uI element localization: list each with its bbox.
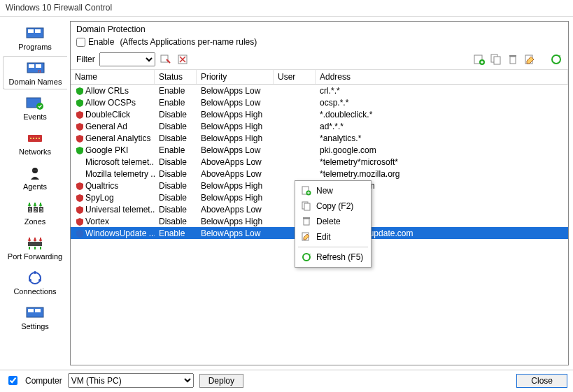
table-row[interactable]: Allow OCSPs Enable BelowApps Low ocsp.*.… [71,96,568,108]
cell-status: Enable [155,226,197,240]
table-row[interactable]: Microsoft telemet... Disable AboveApps L… [71,156,568,168]
sidebar-item-connections[interactable]: Connections [3,266,67,299]
refresh-icon[interactable] [550,53,563,66]
sidebar-item-domain-names[interactable]: n Domain Names [3,56,67,89]
table-row[interactable]: General Analytics Disable BelowApps High… [71,132,568,144]
menu-new[interactable]: New [295,183,371,198]
sidebar-item-settings[interactable]: Settings [3,300,67,334]
table-row[interactable]: Mozilla telemetry ... Disable AboveApps … [71,168,568,180]
connections-icon [25,270,45,286]
cell-name: Universal telemet... [85,205,155,215]
shield-red-icon [75,181,85,191]
close-button[interactable]: Close [516,374,567,388]
svg-rect-45 [303,217,310,219]
cell-name: Google PKI [85,145,128,155]
filter-select[interactable] [99,52,155,66]
svg-point-24 [34,271,36,274]
deploy-button[interactable]: Deploy [199,374,243,388]
sidebar-label: Events [23,112,47,121]
svg-point-47 [303,254,310,261]
filter-clear-icon[interactable] [176,53,189,66]
sidebar-item-agents[interactable]: Agents [3,161,67,194]
computer-checkbox[interactable] [8,376,17,385]
svg-point-12 [36,138,37,139]
table-row[interactable]: DoubleClick Disable BelowApps High *.dou… [71,108,568,120]
sidebar-item-programs[interactable]: Programs [3,21,67,55]
filter-apply-icon[interactable] [160,53,172,66]
cell-priority: BelowApps Low [197,226,274,240]
cell-name: Vortex [85,217,109,226]
shield-blue-icon [75,228,85,238]
cell-name: Mozilla telemetry ... [85,169,155,179]
svg-rect-2 [35,29,41,33]
svg-rect-1 [28,29,34,33]
panel-title: Domain Protection [71,22,568,36]
networks-icon [25,131,45,146]
menu-label: New [316,186,333,196]
shield-red-icon [75,205,85,215]
menu-separator [298,247,368,247]
context-menu: New Copy (F2) Delete Edit Refresh (F5) [295,180,372,268]
menu-refresh[interactable]: Refresh (F5) [295,249,371,265]
edit-icon [301,231,312,242]
sidebar-label: Domain Names [9,78,62,86]
menu-label: Copy (F2) [316,201,353,211]
col-user[interactable]: User [274,70,316,84]
sidebar-item-zones[interactable]: 123 Zones [3,196,67,229]
menu-copy[interactable]: Copy (F2) [295,198,371,214]
col-status[interactable]: Status [155,70,197,84]
svg-text:2: 2 [34,208,37,212]
svg-point-11 [33,138,34,139]
sidebar-item-port-forwarding[interactable]: Port Forwarding [3,231,67,264]
copy-icon[interactable] [490,53,502,66]
filter-label: Filter [76,55,95,64]
computer-select[interactable]: VM (This PC) [68,373,194,388]
col-address[interactable]: Address [316,70,568,84]
new-icon[interactable] [473,53,486,66]
svg-rect-43 [304,203,310,210]
col-name[interactable]: Name [71,70,155,84]
zones-icon: 123 [25,201,45,216]
svg-point-26 [29,279,31,282]
domain-names-icon: n [26,61,45,76]
table-row[interactable]: General Ad Disable BelowApps High ad*.*.… [71,120,568,132]
port-forwarding-icon [25,235,45,251]
cell-name: Allow CRLs [85,86,129,96]
bottom-bar: Computer VM (This PC) Deploy Close [0,370,573,391]
cell-name: WindowsUpdate ... [85,228,155,238]
enable-checkbox[interactable] [76,38,85,47]
shield-red-icon [75,133,85,143]
trash-icon [301,216,312,227]
none-icon [75,157,85,167]
delete-icon[interactable] [507,53,519,66]
shield-green-icon [75,145,85,155]
edit-icon[interactable] [523,53,536,66]
sidebar-item-networks[interactable]: Networks [3,126,67,159]
sidebar: Programs n Domain Names Events Networks … [0,17,70,370]
col-priority[interactable]: Priority [197,70,274,84]
cell-user [274,172,316,176]
cell-user [274,148,316,152]
enable-label: Enable [88,37,114,47]
cell-user [274,101,316,105]
menu-delete[interactable]: Delete [295,214,371,229]
svg-rect-22 [28,242,42,246]
cell-user [274,160,316,164]
sidebar-item-events[interactable]: Events [3,91,67,124]
sidebar-label: Connections [13,287,56,296]
cell-user [274,112,316,117]
computer-label: Computer [25,376,62,386]
cell-name: General Ad [85,122,127,131]
svg-point-13 [38,138,40,139]
svg-rect-37 [509,55,516,57]
menu-edit[interactable]: Edit [295,229,371,245]
table-row[interactable]: Allow CRLs Enable BelowApps Low crl.*.* [71,85,568,96]
main-panel: Domain Protection Enable (Affects Applic… [70,21,569,365]
programs-icon [25,26,45,41]
table-row[interactable]: Google PKI Enable BelowApps Low pki.goog… [71,144,568,156]
events-icon [25,96,45,111]
sidebar-label: Zones [24,217,46,226]
svg-rect-29 [35,309,41,312]
svg-rect-44 [304,219,309,225]
shield-green-icon [75,86,85,96]
